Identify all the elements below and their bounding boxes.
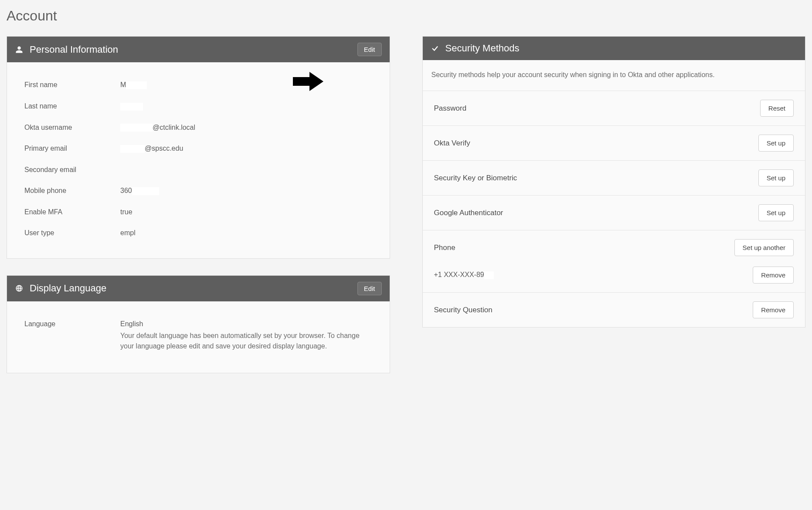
okta-username-label: Okta username: [24, 124, 120, 132]
okta-username-value: @ctclink.local: [120, 124, 372, 132]
personal-info-header: Personal Information Edit: [7, 37, 390, 62]
security-item-google-authenticator: Google Authenticator Set up: [423, 196, 805, 230]
password-label: Password: [434, 104, 467, 113]
secondary-email-label: Secondary email: [24, 166, 120, 174]
display-language-header: Display Language Edit: [7, 276, 390, 301]
last-name-row: Last name: [24, 96, 372, 117]
last-name-label: Last name: [24, 102, 120, 110]
mobile-phone-value: 360: [120, 187, 372, 195]
person-icon: [15, 45, 24, 54]
secondary-email-row: Secondary email: [24, 159, 372, 180]
first-name-label: First name: [24, 81, 120, 89]
personal-info-title: Personal Information: [30, 44, 351, 55]
check-icon: [431, 44, 439, 53]
setup-security-key-button[interactable]: Set up: [758, 169, 794, 186]
language-description: Your default language has been automatic…: [120, 331, 372, 351]
primary-email-label: Primary email: [24, 145, 120, 152]
edit-personal-button[interactable]: Edit: [357, 43, 382, 56]
language-label: Language: [24, 320, 120, 328]
security-item-security-question: Security Question Remove: [423, 293, 805, 327]
security-item-okta-verify: Okta Verify Set up: [423, 126, 805, 161]
security-item-phone: Phone Set up another +1 XXX-XXX-89 Remov…: [423, 230, 805, 293]
mobile-phone-label: Mobile phone: [24, 187, 120, 195]
language-value: English: [120, 320, 372, 328]
language-row: Language English Your default language h…: [24, 314, 372, 358]
security-key-label: Security Key or Biometric: [434, 174, 517, 182]
edit-language-button[interactable]: Edit: [357, 282, 382, 295]
security-methods-title: Security Methods: [445, 43, 798, 54]
enable-mfa-label: Enable MFA: [24, 208, 120, 216]
enable-mfa-value: true: [120, 208, 372, 216]
security-methods-description: Security methods help your account secur…: [423, 60, 805, 91]
security-item-security-key: Security Key or Biometric Set up: [423, 161, 805, 196]
display-language-title: Display Language: [30, 283, 351, 294]
setup-another-phone-button[interactable]: Set up another: [734, 239, 794, 256]
google-authenticator-label: Google Authenticator: [434, 209, 503, 217]
personal-info-card: Personal Information Edit First name M L…: [7, 36, 390, 259]
mobile-phone-row: Mobile phone 360: [24, 180, 372, 202]
user-type-value: empl: [120, 229, 372, 237]
remove-phone-button[interactable]: Remove: [753, 267, 794, 284]
remove-security-question-button[interactable]: Remove: [753, 301, 794, 318]
setup-okta-verify-button[interactable]: Set up: [758, 135, 794, 152]
enable-mfa-row: Enable MFA true: [24, 202, 372, 223]
first-name-row: First name M: [24, 74, 372, 96]
display-language-card: Display Language Edit Language English Y…: [7, 275, 390, 373]
user-type-row: User type empl: [24, 223, 372, 243]
okta-verify-label: Okta Verify: [434, 139, 470, 148]
phone-entry-label: +1 XXX-XXX-89: [434, 271, 494, 279]
security-methods-header: Security Methods: [423, 37, 805, 60]
security-methods-card: Security Methods Security methods help y…: [422, 36, 806, 328]
primary-email-value: @spscc.edu: [120, 145, 372, 153]
phone-label: Phone: [434, 243, 455, 252]
setup-google-authenticator-button[interactable]: Set up: [758, 204, 794, 221]
last-name-value: [120, 102, 372, 111]
first-name-value: M: [120, 81, 372, 89]
security-item-password: Password Reset: [423, 91, 805, 126]
primary-email-row: Primary email @spscc.edu: [24, 138, 372, 159]
okta-username-row: Okta username @ctclink.local: [24, 117, 372, 138]
reset-password-button[interactable]: Reset: [760, 100, 794, 117]
page-title: Account: [7, 8, 805, 24]
globe-icon: [15, 284, 24, 293]
security-question-label: Security Question: [434, 306, 493, 314]
user-type-label: User type: [24, 229, 120, 237]
